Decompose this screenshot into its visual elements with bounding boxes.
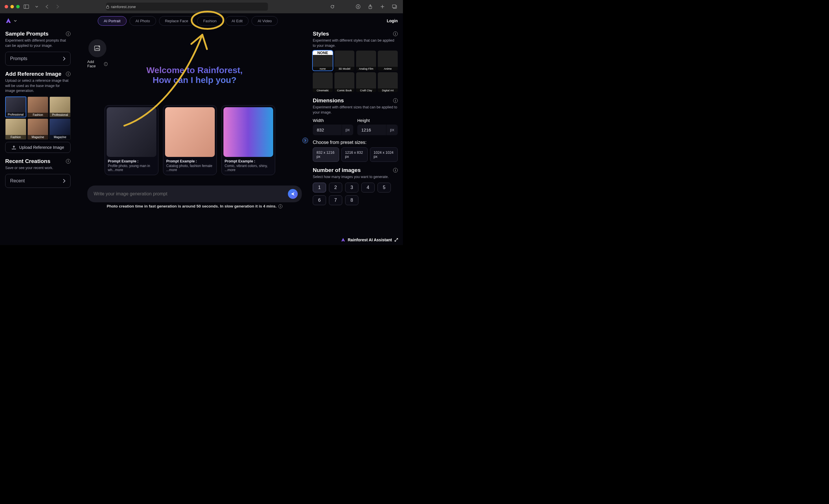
mode-tabs: AI Portrait AI Photo Replace Face Fashio… — [98, 16, 278, 26]
prompt-example-card[interactable]: Prompt Example : Comic, vibrant colors, … — [221, 105, 275, 175]
style-option[interactable]: Craft Clay — [356, 72, 376, 92]
reference-image[interactable]: Professional — [49, 97, 71, 118]
upload-icon — [11, 145, 16, 150]
reference-image[interactable]: Magazine — [49, 118, 71, 140]
reference-label: Professional — [50, 113, 70, 117]
card-image — [223, 107, 273, 157]
back-button[interactable] — [43, 3, 51, 10]
style-label: none — [313, 67, 333, 71]
reference-image[interactable]: Fashion — [5, 118, 26, 140]
style-option[interactable]: 3D Model — [334, 50, 354, 71]
sidebar-toggle-icon[interactable] — [23, 3, 30, 10]
chevron-down-icon[interactable] — [33, 3, 40, 10]
sample-prompts-subtitle: Experiment with different prompts that c… — [5, 38, 71, 48]
share-icon[interactable] — [366, 3, 374, 10]
style-option-none[interactable]: NONEnone — [313, 50, 333, 71]
info-icon[interactable]: i — [278, 204, 282, 208]
add-face-button[interactable] — [88, 39, 106, 57]
chevron-down-icon[interactable] — [14, 20, 17, 22]
height-label: Height — [357, 118, 398, 123]
new-tab-icon[interactable] — [379, 3, 386, 10]
style-option[interactable]: Anime — [378, 50, 398, 71]
ai-assistant-launcher[interactable]: Rainforest AI Assistant — [341, 238, 398, 242]
reference-image-grid: Professional Fashion Professional Fashio… — [5, 97, 71, 140]
login-link[interactable]: Login — [387, 19, 398, 23]
collapse-right-handle[interactable] — [302, 138, 308, 143]
tab-ai-portrait[interactable]: AI Portrait — [98, 16, 127, 26]
style-label: Cinematic — [313, 88, 333, 92]
info-icon[interactable]: i — [393, 98, 398, 103]
style-option[interactable]: Cinematic — [313, 72, 333, 92]
send-button[interactable] — [288, 189, 298, 199]
downloads-icon[interactable] — [354, 3, 362, 10]
reference-image[interactable]: Fashion — [28, 97, 48, 118]
generation-timing-note: Photo creation time in fast generation i… — [87, 204, 302, 208]
address-bar[interactable]: rainforest.zone — [106, 3, 268, 11]
num-images-option[interactable]: 1 — [313, 183, 326, 192]
prompt-example-card[interactable]: Prompt Example : Catalog photo, fashion … — [163, 105, 217, 175]
prompts-button[interactable]: Prompts — [5, 52, 71, 66]
dimensions-subtitle: Experiment with different sizes that can… — [313, 105, 398, 115]
height-value: 1216 — [357, 124, 386, 135]
reference-label: Magazine — [50, 135, 70, 139]
height-input[interactable]: 1216 px — [357, 124, 398, 135]
num-images-option[interactable]: 8 — [345, 195, 358, 205]
logo-icon — [341, 238, 346, 242]
info-icon[interactable]: i — [66, 159, 71, 164]
tab-ai-photo[interactable]: AI Photo — [130, 16, 156, 26]
recent-button[interactable]: Recent — [5, 174, 71, 188]
prompts-button-label: Prompts — [10, 56, 28, 61]
send-icon — [290, 191, 295, 196]
close-window-button[interactable] — [5, 5, 8, 8]
info-icon[interactable]: i — [393, 32, 398, 36]
preset-size[interactable]: 832 x 1216 px — [313, 147, 339, 162]
style-option[interactable]: Digital Art — [378, 72, 398, 92]
sample-prompts-heading: Sample Prompts i — [5, 31, 71, 37]
tabs-overview-icon[interactable] — [391, 3, 398, 10]
info-icon[interactable]: i — [393, 168, 398, 173]
info-icon[interactable]: i — [104, 62, 108, 66]
style-option[interactable]: Analog Film — [356, 50, 376, 71]
num-images-option[interactable]: 7 — [329, 195, 342, 205]
num-images-option[interactable]: 2 — [329, 183, 342, 192]
reference-label: Magazine — [28, 135, 48, 139]
preset-size[interactable]: 1024 x 1024 px — [370, 147, 398, 162]
recent-subtitle: Save or see your recent work. — [5, 166, 71, 171]
width-unit: px — [341, 124, 353, 135]
style-grid: NONEnone 3D Model Analog Film Anime Cine… — [313, 50, 398, 92]
card-description: Catalog photo, fashion female ...more — [166, 164, 214, 172]
dimension-inputs: Width 832 px Height 1216 px — [313, 118, 398, 135]
num-images-option[interactable]: 6 — [313, 195, 326, 205]
prompt-input[interactable] — [94, 191, 288, 196]
info-icon[interactable]: i — [66, 32, 71, 36]
forward-button[interactable] — [54, 3, 61, 10]
style-option[interactable]: Comic Book — [334, 72, 354, 92]
add-image-icon — [94, 44, 101, 52]
preset-size[interactable]: 1216 x 832 px — [341, 147, 368, 162]
maximize-window-button[interactable] — [16, 5, 20, 8]
reference-label: Fashion — [28, 113, 48, 117]
minimize-window-button[interactable] — [10, 5, 14, 8]
app-logo[interactable] — [5, 17, 17, 24]
info-icon[interactable]: i — [66, 72, 71, 76]
reference-image[interactable]: Magazine — [28, 118, 48, 140]
hero-heading: Welcome to Rainforest, How can I help yo… — [87, 65, 302, 85]
card-image — [165, 107, 215, 157]
upload-reference-button[interactable]: Upload Reference Image — [5, 142, 71, 153]
width-input[interactable]: 832 px — [313, 124, 353, 135]
num-images-option[interactable]: 4 — [361, 183, 374, 192]
card-description: Comic, vibrant colors, shiny, ...more — [225, 164, 272, 172]
num-images-option[interactable]: 3 — [345, 183, 358, 192]
height-unit: px — [386, 124, 398, 135]
reference-image[interactable]: Professional — [5, 97, 26, 118]
svg-rect-0 — [24, 5, 29, 9]
tab-ai-edit[interactable]: AI Edit — [225, 16, 249, 26]
reload-icon[interactable] — [330, 5, 334, 9]
prompt-example-card[interactable]: Prompt Example : Profile photo, young ma… — [105, 105, 158, 175]
styles-heading: Styles i — [313, 31, 398, 37]
tab-replace-face[interactable]: Replace Face — [159, 16, 194, 26]
reference-label: Fashion — [5, 135, 26, 139]
tab-fashion[interactable]: Fashion — [197, 16, 223, 26]
num-images-option[interactable]: 5 — [377, 183, 391, 192]
tab-ai-video[interactable]: AI Video — [251, 16, 278, 26]
